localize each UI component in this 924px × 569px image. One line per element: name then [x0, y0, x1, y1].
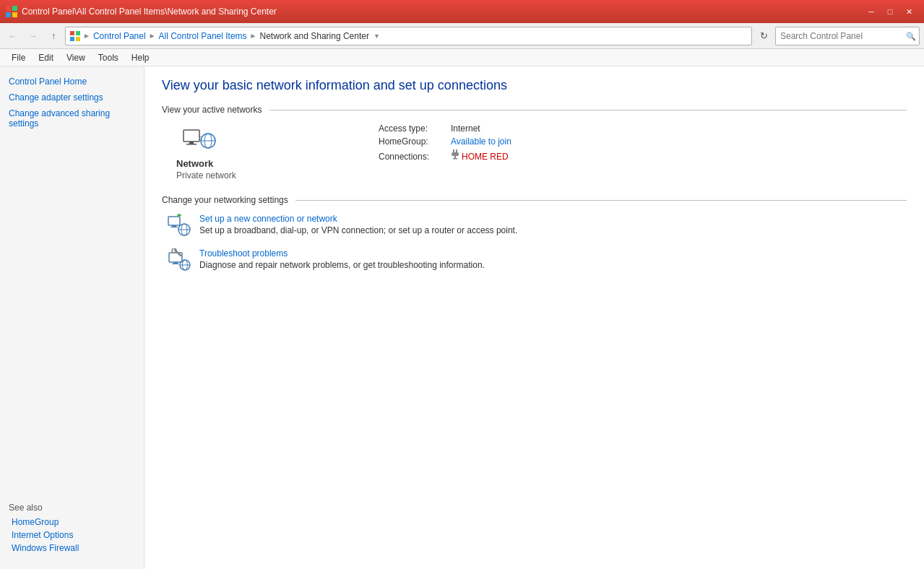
search-wrapper — [775, 27, 920, 45]
sidebar-windows-firewall[interactable]: Windows Firewall — [9, 542, 135, 555]
settings-items: Set up a new connection or network Set u… — [168, 214, 907, 272]
svg-rect-22 — [170, 227, 178, 227]
network-icon — [176, 126, 220, 155]
sidebar-adapter-settings[interactable]: Change adapter settings — [6, 91, 138, 104]
section-divider-2 — [295, 200, 907, 201]
menu-help[interactable]: Help — [126, 51, 155, 64]
access-type-value: Internet — [451, 123, 480, 134]
sidebar-control-panel-home[interactable]: Control Panel Home — [6, 75, 138, 88]
networking-settings-label: Change your networking settings — [162, 195, 288, 205]
see-also-section: See also HomeGroup Internet Options Wind… — [6, 497, 138, 560]
back-button[interactable]: ← — [4, 27, 22, 45]
svg-rect-17 — [452, 152, 459, 156]
app-icon — [6, 6, 17, 17]
connection-plug-icon — [451, 149, 459, 160]
sidebar-advanced-sharing[interactable]: Change advanced sharingsettings — [6, 107, 138, 130]
menu-view[interactable]: View — [61, 51, 91, 64]
section-divider — [269, 110, 907, 110]
minimize-button[interactable]: ─ — [862, 4, 881, 19]
connections-label: Connections: — [379, 152, 451, 162]
maximize-button[interactable]: □ — [881, 4, 899, 19]
new-connection-icon — [168, 214, 191, 237]
svg-rect-19 — [453, 158, 457, 160]
svg-rect-4 — [70, 31, 74, 35]
svg-rect-7 — [76, 37, 80, 41]
networking-settings-header: Change your networking settings — [162, 195, 907, 205]
forward-button[interactable]: → — [25, 27, 42, 45]
troubleshoot-desc: Diagnose and repair network problems, or… — [199, 260, 485, 270]
svg-rect-29 — [173, 262, 178, 264]
search-input[interactable] — [775, 27, 920, 45]
network-name: Network — [176, 158, 379, 169]
breadcrumb-dropdown[interactable]: ▼ — [374, 32, 380, 40]
svg-rect-1 — [12, 6, 17, 11]
svg-rect-15 — [453, 149, 454, 152]
refresh-button[interactable]: ↻ — [755, 27, 772, 45]
breadcrumb-control-panel[interactable]: Control Panel — [93, 31, 146, 41]
network-name-block: Network Private network — [176, 123, 379, 181]
settings-item-new-connection: Set up a new connection or network Set u… — [168, 214, 907, 237]
main-layout: Control Panel Home Change adapter settin… — [0, 66, 924, 569]
page-title: View your basic network information and … — [162, 78, 907, 93]
troubleshoot-link[interactable]: Troubleshoot problems — [199, 248, 288, 259]
new-connection-desc: Set up a broadband, dial-up, or VPN conn… — [199, 225, 517, 235]
network-type: Private network — [176, 170, 379, 181]
see-also-title: See also — [9, 503, 135, 513]
svg-rect-6 — [70, 37, 74, 41]
svg-rect-20 — [168, 217, 180, 225]
settings-item-new-connection-text: Set up a new connection or network Set u… — [199, 214, 517, 235]
active-networks-label: View your active networks — [162, 105, 262, 115]
homegroup-label: HomeGroup: — [379, 136, 451, 147]
network-info: Network Private network Access type: Int… — [176, 123, 907, 181]
svg-rect-18 — [454, 156, 456, 158]
homegroup-value[interactable]: Available to join — [451, 136, 511, 147]
connections-row: Connections: HOME RED — [379, 149, 511, 162]
svg-rect-5 — [76, 31, 80, 35]
windows-icon — [70, 31, 80, 41]
sidebar-internet-options[interactable]: Internet Options — [9, 529, 135, 542]
menu-bar: File Edit View Tools Help — [0, 49, 924, 66]
window-controls: ─ □ ✕ — [862, 4, 918, 19]
up-button[interactable]: ↑ — [45, 27, 62, 45]
content-area: View your basic network information and … — [144, 66, 924, 569]
svg-rect-9 — [189, 142, 194, 144]
settings-item-troubleshoot-text: Troubleshoot problems Diagnose and repai… — [199, 248, 485, 270]
svg-rect-8 — [183, 130, 199, 142]
access-type-label: Access type: — [379, 123, 451, 134]
window-title: Control Panel\All Control Panel Items\Ne… — [22, 6, 277, 17]
network-details: Access type: Internet HomeGroup: Availab… — [379, 123, 511, 181]
breadcrumb-network: Network and Sharing Center — [260, 31, 369, 41]
homegroup-row: HomeGroup: Available to join — [379, 136, 511, 147]
svg-rect-30 — [172, 264, 179, 264]
sidebar-homegroup[interactable]: HomeGroup — [9, 516, 135, 529]
svg-rect-16 — [456, 149, 457, 152]
close-button[interactable]: ✕ — [899, 4, 918, 19]
breadcrumb-all-items[interactable]: All Control Panel Items — [159, 31, 247, 41]
menu-tools[interactable]: Tools — [92, 51, 124, 64]
svg-rect-3 — [12, 12, 17, 17]
new-connection-link[interactable]: Set up a new connection or network — [199, 214, 337, 224]
access-type-row: Access type: Internet — [379, 123, 511, 134]
menu-edit[interactable]: Edit — [33, 51, 59, 64]
svg-rect-0 — [6, 6, 11, 11]
active-networks-header: View your active networks — [162, 105, 907, 115]
connection-value[interactable]: HOME RED — [462, 152, 509, 162]
svg-rect-2 — [6, 12, 11, 17]
menu-file[interactable]: File — [6, 51, 31, 64]
title-bar: Control Panel\All Control Panel Items\Ne… — [0, 0, 924, 23]
sidebar: Control Panel Home Change adapter settin… — [0, 66, 144, 569]
troubleshoot-icon — [168, 248, 191, 272]
address-bar: ← → ↑ ► Control Panel ► All Control Pane… — [0, 23, 924, 49]
svg-rect-10 — [186, 144, 197, 145]
breadcrumb: ► Control Panel ► All Control Panel Item… — [65, 27, 752, 45]
settings-item-troubleshoot: Troubleshoot problems Diagnose and repai… — [168, 248, 907, 272]
svg-rect-21 — [172, 225, 176, 227]
svg-rect-27 — [178, 214, 180, 217]
